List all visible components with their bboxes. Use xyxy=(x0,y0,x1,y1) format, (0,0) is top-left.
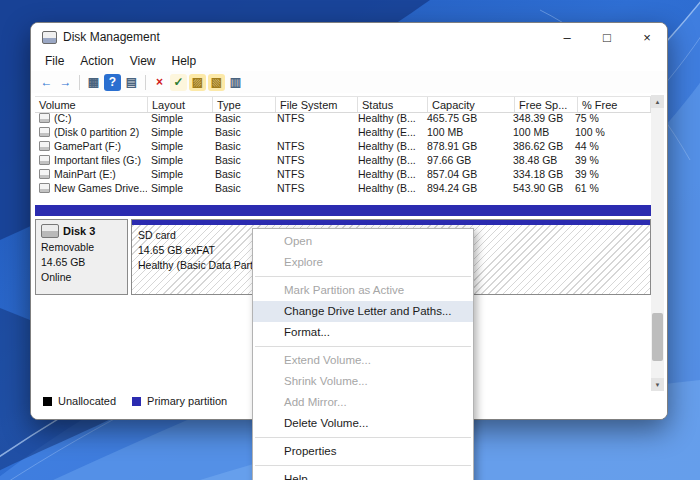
back-icon[interactable]: ← xyxy=(38,74,55,91)
partial-disk-bar xyxy=(35,205,651,216)
table-cell: New Games Drive... xyxy=(35,181,147,195)
legend-item: Primary partition xyxy=(132,395,227,407)
close-button[interactable]: × xyxy=(627,23,667,51)
table-cell: NTFS xyxy=(273,153,354,167)
table-cell: Healthy (B... xyxy=(354,153,423,167)
column-header[interactable]: File System xyxy=(276,97,358,112)
table-cell: 894.24 GB xyxy=(423,181,509,195)
table-cell: 100 MB xyxy=(423,125,509,139)
table-row[interactable]: (Disk 0 partition 2)SimpleBasicHealthy (… xyxy=(35,125,651,139)
volume-icon xyxy=(39,141,50,151)
table-cell: Simple xyxy=(147,167,211,181)
export-list-icon[interactable]: ▤ xyxy=(123,74,140,91)
table-cell: NTFS xyxy=(273,139,354,153)
scroll-down-icon[interactable]: ▼ xyxy=(651,378,664,391)
table-cell: Basic xyxy=(211,167,273,181)
title-bar[interactable]: Disk Management – □ × xyxy=(31,23,667,51)
menu-item-extend-volume: Extend Volume... xyxy=(253,350,473,371)
column-header[interactable]: Free Sp... xyxy=(515,97,578,112)
desktop: Disk Management – □ × File Action View H… xyxy=(0,0,700,480)
toolbar-separator xyxy=(145,75,146,90)
column-header[interactable]: Capacity xyxy=(428,97,515,112)
table-row[interactable]: GamePart (F:)SimpleBasicNTFSHealthy (B..… xyxy=(35,139,651,153)
menu-item-shrink-volume: Shrink Volume... xyxy=(253,371,473,392)
column-header[interactable]: Status xyxy=(358,97,428,112)
table-cell: Healthy (B... xyxy=(354,167,423,181)
table-cell: (Disk 0 partition 2) xyxy=(35,125,147,139)
context-menu: OpenExploreMark Partition as ActiveChang… xyxy=(252,228,474,480)
table-cell: MainPart (E:) xyxy=(35,167,147,181)
scroll-up-icon[interactable]: ▲ xyxy=(651,95,664,108)
table-cell: Basic xyxy=(211,139,273,153)
menu-help[interactable]: Help xyxy=(164,53,205,69)
legend-label: Primary partition xyxy=(147,395,227,407)
scrollbar-track[interactable] xyxy=(651,108,664,378)
minimize-button[interactable]: – xyxy=(547,23,587,51)
table-cell: Simple xyxy=(147,153,211,167)
table-row[interactable]: Important files (G:)SimpleBasicNTFSHealt… xyxy=(35,153,651,167)
maximize-button[interactable]: □ xyxy=(587,23,627,51)
menu-view[interactable]: View xyxy=(122,53,164,69)
disk-media: Removable xyxy=(41,241,122,253)
disk-3-label[interactable]: Disk 3 Removable 14.65 GB Online xyxy=(35,219,128,295)
table-cell: 39 % xyxy=(571,167,651,181)
table-cell: 61 % xyxy=(571,181,651,195)
menu-item-explore: Explore xyxy=(253,252,473,273)
table-row[interactable]: New Games Drive...SimpleBasicNTFSHealthy… xyxy=(35,181,651,195)
table-cell: Healthy (E... xyxy=(354,125,423,139)
table-cell: 334.18 GB xyxy=(509,167,571,181)
disk-status: Online xyxy=(41,271,122,283)
table-cell: NTFS xyxy=(273,181,354,195)
column-header[interactable]: Type xyxy=(213,97,276,112)
table-cell: Basic xyxy=(211,125,273,139)
explore-folder-icon[interactable]: ▧ xyxy=(208,74,225,91)
table-cell: 348.39 GB xyxy=(509,111,571,125)
table-cell: Simple xyxy=(147,139,211,153)
table-cell: Basic xyxy=(211,111,273,125)
table-cell: 386.62 GB xyxy=(509,139,571,153)
menu-action[interactable]: Action xyxy=(72,53,121,69)
column-header[interactable]: Layout xyxy=(148,97,213,112)
menu-file[interactable]: File xyxy=(37,53,72,69)
table-cell: Basic xyxy=(211,181,273,195)
help-icon[interactable]: ? xyxy=(104,74,121,91)
menu-separator xyxy=(255,437,471,438)
column-header[interactable]: % Free xyxy=(578,97,651,112)
column-header[interactable]: Volume xyxy=(35,97,148,112)
menu-bar: File Action View Help xyxy=(31,51,667,72)
partition-detail: 14.65 GB exFAT xyxy=(138,244,269,256)
table-cell: NTFS xyxy=(273,111,354,125)
forward-icon[interactable]: → xyxy=(57,74,74,91)
console-tree-icon[interactable]: ▦ xyxy=(85,74,102,91)
table-cell: Healthy (B... xyxy=(354,139,423,153)
menu-item-delete-volume[interactable]: Delete Volume... xyxy=(253,413,473,434)
menu-item-mark-partition-as-active: Mark Partition as Active xyxy=(253,280,473,301)
table-cell: Simple xyxy=(147,125,211,139)
mark-active-icon[interactable]: ✓ xyxy=(170,74,187,91)
menu-item-format[interactable]: Format... xyxy=(253,322,473,343)
disk-name: Disk 3 xyxy=(63,225,95,237)
legend-label: Unallocated xyxy=(58,395,116,407)
delete-volume-icon[interactable]: × xyxy=(151,74,168,91)
list-view-icon[interactable]: ▥ xyxy=(227,74,244,91)
open-folder-icon[interactable]: ▨ xyxy=(189,74,206,91)
table-row[interactable]: MainPart (E:)SimpleBasicNTFSHealthy (B..… xyxy=(35,167,651,181)
table-row[interactable]: (C:)SimpleBasicNTFSHealthy (B...465.75 G… xyxy=(35,111,651,125)
table-cell: Basic xyxy=(211,153,273,167)
partition-status: Healthy (Basic Data Partiti... xyxy=(138,259,269,271)
menu-separator xyxy=(255,346,471,347)
table-cell: 39 % xyxy=(571,153,651,167)
menu-separator xyxy=(255,465,471,466)
menu-item-properties[interactable]: Properties xyxy=(253,441,473,462)
table-cell: Simple xyxy=(147,181,211,195)
vertical-scrollbar[interactable]: ▲ ▼ xyxy=(651,95,664,391)
table-cell: NTFS xyxy=(273,167,354,181)
legend-swatch xyxy=(43,397,52,406)
table-cell: 44 % xyxy=(571,139,651,153)
legend-item: Unallocated xyxy=(43,395,116,407)
scrollbar-thumb[interactable] xyxy=(652,313,663,361)
menu-item-change-drive-letter-and-paths[interactable]: Change Drive Letter and Paths... xyxy=(253,301,473,322)
table-cell: 75 % xyxy=(571,111,651,125)
table-cell: 100 MB xyxy=(509,125,571,139)
menu-item-help[interactable]: Help xyxy=(253,469,473,480)
